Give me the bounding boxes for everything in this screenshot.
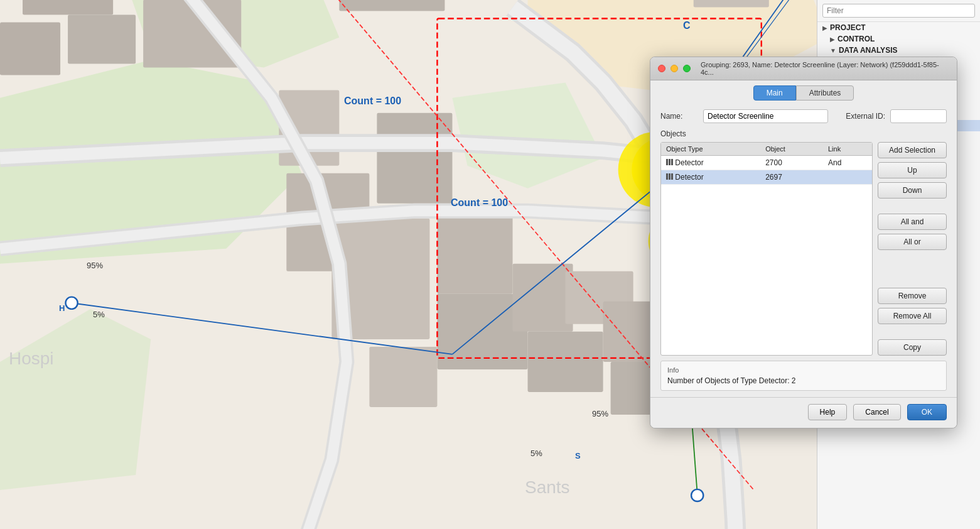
objects-table-area: Object Type Object Link Detector xyxy=(660,142,873,356)
tree-filter-input[interactable] xyxy=(822,4,975,18)
tab-main[interactable]: Main xyxy=(753,85,796,101)
minimize-button[interactable] xyxy=(670,65,678,72)
svg-rect-6 xyxy=(23,0,113,15)
table-header-row: Object Type Object Link xyxy=(661,143,872,156)
dialog-title: Grouping: 2693, Name: Detector Screenlin… xyxy=(701,61,949,76)
objects-table: Object Type Object Link Detector xyxy=(661,143,872,185)
all-or-button[interactable]: All or xyxy=(878,234,947,250)
svg-rect-9 xyxy=(68,15,136,64)
objects-section-title: Objects xyxy=(660,129,947,138)
dialog: Grouping: 2693, Name: Detector Screenlin… xyxy=(650,57,957,428)
table-empty-area xyxy=(661,185,872,329)
tree-item-data-analysis[interactable]: ▼ DATA ANALYSIS xyxy=(817,45,980,56)
detector-icon-2 xyxy=(666,173,673,180)
pct-label-3: 95% xyxy=(592,409,608,418)
tab-attributes[interactable]: Attributes xyxy=(796,85,854,101)
cell-object-1: 2700 xyxy=(760,156,823,170)
svg-rect-17 xyxy=(377,113,452,204)
info-section: Info Number of Objects of Type Detector:… xyxy=(660,361,947,391)
cell-link-1: And xyxy=(823,156,872,170)
remove-all-button[interactable]: Remove All xyxy=(878,308,947,324)
node-label-c: C xyxy=(683,20,691,31)
pct-label-4: 5% xyxy=(530,449,542,458)
map-text-sants: Sants xyxy=(525,477,570,498)
detector-icon-1 xyxy=(666,159,673,165)
svg-rect-33 xyxy=(694,0,769,8)
count-label-2: Count = 100 xyxy=(451,197,508,209)
objects-table-wrap: Object Type Object Link Detector xyxy=(660,142,947,356)
cell-object-2: 2697 xyxy=(760,170,823,185)
svg-rect-21 xyxy=(369,347,437,407)
info-title: Info xyxy=(667,366,940,374)
col-object-type: Object Type xyxy=(661,143,760,156)
copy-button[interactable]: Copy xyxy=(878,339,947,356)
name-row: Name: External ID: xyxy=(660,109,947,123)
add-selection-button[interactable]: Add Selection xyxy=(878,142,947,158)
dialog-titlebar: Grouping: 2693, Name: Detector Screenlin… xyxy=(650,57,957,80)
info-text: Number of Objects of Type Detector: 2 xyxy=(667,376,940,385)
btn-spacer-3 xyxy=(878,265,947,273)
dialog-footer: Help Cancel OK xyxy=(650,397,957,428)
pct-label-2: 5% xyxy=(93,310,105,319)
help-button[interactable]: Help xyxy=(808,404,848,420)
objects-tbody: Detector 2700 And Detector xyxy=(661,156,872,185)
tree-filter-area xyxy=(817,0,980,22)
dialog-body: Name: External ID: Objects Object Type O… xyxy=(650,103,957,397)
cell-type-1: Detector xyxy=(661,156,760,170)
pct-label-1: 95% xyxy=(87,261,103,270)
cell-type-2: Detector xyxy=(661,170,760,185)
all-and-button[interactable]: All and xyxy=(878,214,947,230)
down-button[interactable]: Down xyxy=(878,182,947,199)
ext-id-label: External ID: xyxy=(846,112,885,121)
svg-rect-23 xyxy=(528,332,603,392)
ext-id-input[interactable] xyxy=(890,109,947,123)
btn-spacer-5 xyxy=(878,328,947,335)
svg-point-47 xyxy=(691,489,703,501)
map-text-hospi: Hospi xyxy=(9,349,54,369)
dialog-tabs: Main Attributes xyxy=(650,80,957,103)
btn-spacer-1 xyxy=(878,202,947,210)
buttons-column: Add Selection Up Down All and All or Rem… xyxy=(878,142,947,356)
node-label-s: S xyxy=(575,451,581,461)
svg-rect-8 xyxy=(0,23,60,75)
tree-item-project[interactable]: ▶ PROJECT xyxy=(817,22,980,33)
maximize-button[interactable] xyxy=(683,65,691,72)
table-row[interactable]: Detector 2697 xyxy=(661,170,872,185)
cell-link-2 xyxy=(823,170,872,185)
col-link: Link xyxy=(823,143,872,156)
count-label-1: Count = 100 xyxy=(344,95,401,107)
cancel-button[interactable]: Cancel xyxy=(853,404,900,420)
ok-button[interactable]: OK xyxy=(907,404,947,420)
up-button[interactable]: Up xyxy=(878,162,947,178)
btn-spacer-4 xyxy=(878,276,947,284)
node-label-h: H xyxy=(59,303,65,313)
name-input[interactable] xyxy=(703,109,828,123)
svg-point-46 xyxy=(65,297,77,309)
btn-spacer-2 xyxy=(878,254,947,261)
table-row[interactable]: Detector 2700 And xyxy=(661,156,872,170)
close-button[interactable] xyxy=(658,65,665,72)
tree-item-control[interactable]: ▶ CONTROL xyxy=(817,33,980,45)
name-label: Name: xyxy=(660,112,698,121)
svg-rect-12 xyxy=(339,0,444,11)
remove-button[interactable]: Remove xyxy=(878,288,947,304)
col-object: Object xyxy=(760,143,823,156)
